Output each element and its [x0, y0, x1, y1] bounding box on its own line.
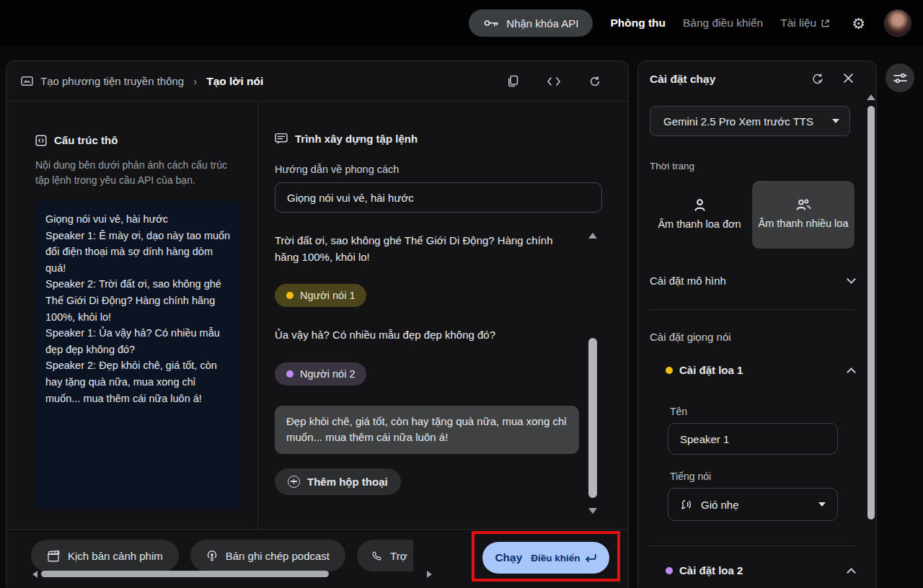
plus-icon	[288, 476, 300, 488]
speaker-1-dot-icon	[286, 292, 293, 299]
script-builder-title-row: Trình xây dựng tập lệnh	[275, 133, 602, 145]
external-link-icon	[821, 19, 830, 28]
multi-person-icon	[795, 197, 812, 212]
breadcrumb: Tạo phương tiện truyền thông › Tạo lời n…	[6, 61, 628, 102]
scroll-up-arrow[interactable]	[588, 233, 597, 239]
hscroll-right-arrow[interactable]	[427, 571, 432, 578]
vertical-scrollbar-thumb[interactable]	[867, 106, 875, 520]
editor-columns: Cấu trúc thô Nội dung bên dưới phản ánh …	[6, 102, 628, 529]
speaker-1-voice-selector[interactable]: Gió nhẹ	[668, 488, 838, 521]
caret-down-icon	[832, 119, 839, 123]
top-bar: Nhận khóa API Phòng thu Bảng điều khiển …	[0, 0, 923, 46]
dialog-2-text[interactable]: Ủa vậy hả? Có nhiều mẫu đẹp đẹp không đó…	[275, 327, 565, 344]
nav-studio[interactable]: Phòng thu	[610, 17, 666, 30]
mode-single-speaker[interactable]: Âm thanh loa đơn	[650, 181, 749, 249]
vertical-scrollbar-thumb[interactable]	[588, 338, 597, 498]
breadcrumb-parent[interactable]: Tạo phương tiện truyền thông	[21, 75, 184, 87]
add-dialog-button[interactable]: Thêm hộp thoại	[275, 468, 401, 495]
refresh-icon[interactable]	[589, 76, 601, 87]
speaker-2-settings-label: Cài đặt loa 2	[679, 564, 743, 576]
run-settings-title: Cài đặt chạy	[650, 73, 715, 86]
speaker-1-name-label: Tên	[670, 406, 687, 417]
speaker-1-settings-toggle[interactable]: Cài đặt loa 1	[666, 364, 854, 376]
run-button-highlight: Chạy Điều khiển	[472, 531, 620, 582]
run-button-shortcut: Điều khiển	[531, 553, 596, 564]
mode-multi-speaker-label: Âm thanh nhiều loa	[758, 216, 849, 232]
raw-structure-content[interactable]: Giọng nói vui vẻ, hài hước Speaker 1: Ê …	[35, 201, 241, 509]
reset-settings-icon[interactable]	[811, 73, 824, 85]
close-icon[interactable]	[843, 73, 854, 84]
scroll-down-arrow[interactable]	[588, 508, 597, 514]
breadcrumb-parent-label: Tạo phương tiện truyền thông	[40, 75, 184, 87]
add-dialog-label: Thêm hộp thoại	[307, 476, 388, 488]
script-builder-title: Trình xây dựng tập lệnh	[295, 133, 418, 145]
chip-assistant-label: Trợ	[390, 550, 407, 562]
style-instructions-input[interactable]	[275, 182, 602, 213]
media-icon	[21, 76, 33, 86]
get-api-key-button[interactable]: Nhận khóa API	[469, 9, 593, 37]
chevron-down-icon	[847, 275, 856, 284]
model-settings-label: Cài đặt mô hình	[650, 275, 726, 287]
chip-movie-script[interactable]: Kịch bản cảnh phim	[31, 540, 179, 571]
model-selector-value: Gemini 2.5 Pro Xem trước TTS	[663, 115, 813, 128]
speaker-1-chip-label: Người nói 1	[300, 290, 355, 301]
speaker-1-voice-value: Gió nhẹ	[701, 499, 739, 511]
speaker-1-name-input[interactable]	[668, 423, 838, 455]
model-selector[interactable]: Gemini 2.5 Pro Xem trước TTS	[650, 106, 850, 136]
voice-icon	[680, 499, 692, 511]
clapperboard-icon	[47, 550, 60, 562]
voice-settings-header: Cài đặt giọng nói	[650, 331, 854, 343]
toggle-run-settings-button[interactable]	[886, 63, 914, 92]
nav-dashboard[interactable]: Bảng điều khiển	[683, 17, 763, 30]
divider	[650, 309, 854, 310]
chevron-up-icon	[847, 368, 856, 377]
user-avatar[interactable]	[884, 9, 911, 37]
speaker-1-chip[interactable]: Người nói 1	[275, 284, 366, 307]
run-button[interactable]: Chạy Điều khiển	[482, 542, 609, 574]
phone-icon	[371, 551, 382, 561]
prompt-bottom-bar: Kịch bản cảnh phim Bản ghi chép podcast …	[6, 529, 628, 588]
return-key-icon	[584, 553, 597, 563]
speaker-2-settings-dot-icon	[666, 567, 673, 574]
tune-icon	[893, 72, 907, 84]
raw-structure-icon	[35, 135, 47, 146]
code-icon[interactable]	[547, 77, 560, 86]
mode-multi-speaker[interactable]: Âm thanh nhiều loa	[752, 181, 854, 249]
script-builder-icon	[275, 133, 288, 145]
single-person-icon	[692, 197, 707, 213]
run-button-label: Chạy	[495, 551, 522, 564]
scroll-up-arrow[interactable]	[867, 94, 875, 100]
speaker-2-settings-toggle[interactable]: Cài đặt loa 2	[666, 564, 854, 576]
settings-gear-icon[interactable]: ⚙	[852, 16, 865, 31]
speaker-2-chip[interactable]: Người nói 2	[275, 362, 366, 386]
divider	[650, 545, 854, 546]
get-api-key-label: Nhận khóa API	[506, 17, 578, 30]
prompt-panel: Tạo phương tiện truyền thông › Tạo lời n…	[6, 61, 629, 588]
raw-structure-title-row: Cấu trúc thô	[35, 134, 240, 146]
raw-structure-title: Cấu trúc thô	[54, 134, 118, 146]
dialog-1-text[interactable]: Trời đất ơi, sao không ghé Thế Giới Di Đ…	[275, 233, 565, 265]
copy-icon[interactable]	[507, 75, 518, 87]
model-settings-toggle[interactable]: Cài đặt mô hình	[650, 275, 854, 287]
script-builder-section: Trình xây dựng tập lệnh Hướng dẫn về pho…	[258, 102, 645, 529]
dialog-3-textarea[interactable]: Đẹp khỏi chê, giá tốt, còn hay tặng quà …	[275, 406, 579, 454]
caret-down-icon	[818, 502, 826, 507]
speaker-2-chip-label: Người nói 2	[300, 368, 355, 380]
mode-single-speaker-label: Âm thanh loa đơn	[655, 217, 743, 233]
key-icon	[483, 18, 499, 28]
horizontal-scrollbar-thumb[interactable]	[41, 571, 329, 577]
nav-docs[interactable]: Tài liệu	[780, 17, 830, 30]
page-title: Tạo lời nói	[206, 75, 263, 88]
chip-podcast-transcript-label: Bản ghi chép podcast	[226, 550, 330, 562]
voice-settings-label: Cài đặt giọng nói	[650, 331, 731, 343]
speaker-1-voice-label: Tiếng nói	[670, 471, 711, 482]
style-instructions-label: Hướng dẫn về phong cách	[275, 164, 602, 175]
speaker-1-settings-dot-icon	[666, 367, 673, 374]
podcast-icon	[206, 550, 218, 561]
speaker-1-settings-label: Cài đặt loa 1	[679, 364, 743, 376]
chip-assistant[interactable]: Trợ	[357, 540, 413, 571]
nav-docs-label: Tài liệu	[780, 17, 816, 30]
chip-podcast-transcript[interactable]: Bản ghi chép podcast	[190, 540, 345, 571]
hscroll-left-arrow[interactable]	[32, 571, 37, 578]
raw-structure-section: Cấu trúc thô Nội dung bên dưới phản ánh …	[6, 102, 258, 529]
